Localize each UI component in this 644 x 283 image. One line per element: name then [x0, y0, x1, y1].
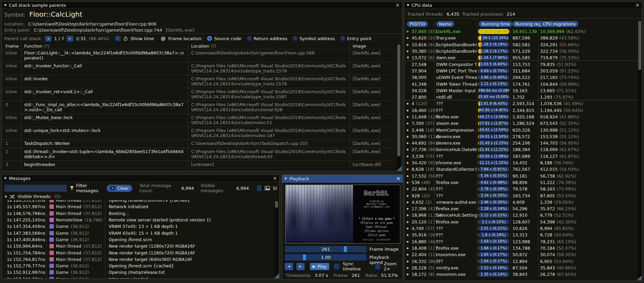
filter-input[interactable]: [4, 185, 67, 192]
radio-symbol-address[interactable]: [293, 36, 297, 41]
expand-icon[interactable]: ▶: [407, 142, 410, 145]
message-row[interactable]: 1s 147,255,145ns RemoteView (18,796) Rem…: [2, 217, 273, 223]
callstack-row[interactable]: 3 beginthreadex [unknown] [ucrtbase.dll]: [2, 161, 396, 169]
resize-grip[interactable]: [397, 166, 402, 171]
message-row[interactable]: 1s 152,776,777ns Game (36,912) Opening /…: [2, 263, 273, 269]
cpu-row[interactable]: ▶ 4,740 (37) ??? 2.01 s (0.21%) 10,626 6…: [405, 225, 639, 232]
message-row[interactable]: 1s 153,116,37ns Game (36,912) Intro menu…: [2, 276, 273, 279]
collapse-icon[interactable]: ▼: [407, 3, 409, 7]
show-time-checkbox[interactable]: ✓: [115, 36, 121, 41]
cpu-row[interactable]: ▶ 2,448 (18) MemCompression 24.41 s (2.5…: [405, 127, 639, 133]
expand-icon[interactable]: ▼: [407, 56, 410, 59]
callstack-row[interactable]: inline Floor::CalcLight::__l4::<lambda_5…: [2, 49, 396, 62]
callstack-row[interactable]: inline std::_Mutex_base::lock C:\Program…: [2, 114, 396, 127]
expand-icon[interactable]: ▶: [407, 273, 410, 276]
zoom-2x-label[interactable]: Zoom 2×: [384, 261, 403, 271]
cpu-row[interactable]: ▶ 4 (120) ??? 1:01.9 (6.43%) 2,593,314 1…: [405, 100, 639, 107]
playback-titlebar[interactable]: ▼ Playback ×: [282, 175, 403, 183]
expand-icon[interactable]: ▶: [407, 220, 410, 223]
cpu-row[interactable]: ▶ 17,396 (43) firefox.exe 2.28 s (0.24%)…: [405, 205, 639, 212]
callstack-row[interactable]: inline std::invoke C:\Program Files (x86…: [2, 75, 396, 88]
message-row[interactable]: 1s 120,333,272ns Main thread (37,812) Op…: [2, 200, 273, 203]
radio-entry-point-label[interactable]: Entry point: [347, 36, 372, 41]
cpu-row[interactable]: ▶ 22,804 (45) ??? 3.78 s (0.39%) 79,578 …: [405, 186, 639, 192]
frame-image-slider[interactable]: 261: [285, 246, 367, 252]
expand-icon[interactable]: ▶: [5, 195, 7, 198]
cpu-row[interactable]: ▶ 16,880 (46) ??? 1.69 s (0.18%) 123,988…: [405, 238, 639, 245]
cpu-row[interactable]: ▶ 30,060 (116) devenv.exe 24.01 s (2.50%…: [405, 133, 639, 140]
cpu-row[interactable]: ▶ 18,968 (1,018) ServiceHub.SettingsHost…: [405, 212, 639, 218]
cpu-row[interactable]: ▶ 8,628 (18) StandardCollector.Service.e…: [405, 166, 639, 172]
cpu-scrollbar[interactable]: [638, 19, 642, 279]
zoom-2x-checkbox[interactable]: [375, 264, 381, 269]
expand-icon[interactable]: ▶: [407, 181, 410, 184]
cpu-row[interactable]: ▶ 3,536 (75) ??? 20.05 s (2.08%) 187,689…: [405, 153, 639, 160]
cpu-row[interactable]: ▶ 17,532 (56) ??? 5.34 s (0.55%) 90,181 …: [405, 173, 639, 179]
column-running-time[interactable]: Running time: [479, 21, 512, 27]
cpu-row[interactable]: 27,800 ntdll.dll 25.93 ms (0.00%) 1,702 …: [405, 94, 639, 100]
expand-icon[interactable]: ▶: [407, 233, 410, 236]
cpu-row[interactable]: ▶ 28,228 (5) mintty.exe 1.52 s (0.16%) 8…: [405, 265, 639, 271]
close-icon[interactable]: ×: [273, 176, 277, 181]
close-icon[interactable]: ×: [395, 3, 400, 8]
resize-grip[interactable]: [637, 276, 642, 280]
expand-icon[interactable]: ▶: [407, 155, 410, 158]
clipped-option-label[interactable]: Sl: [273, 186, 277, 191]
cpu-row[interactable]: 34,028 DWM Master Input Thread 799.64 ms…: [405, 87, 639, 94]
expand-icon[interactable]: ▶: [407, 115, 410, 118]
callstack-row[interactable]: 0 std::_Func_impl_no_alloc<<lambda_5bc22…: [2, 101, 396, 114]
cpu-row[interactable]: ▼ 13,072 (6) dwm.exe 1:16.1 (7.90%) 955,…: [405, 54, 639, 61]
next-frame-button[interactable]: ▶: [67, 36, 73, 41]
message-row[interactable]: 1s 150,994,64ns Main thread (37,812) New…: [2, 243, 273, 249]
clear-button[interactable]: ✕ Clear: [107, 185, 132, 192]
radio-symbol-address-label[interactable]: Symbol address: [300, 36, 335, 41]
sync-timeline-checkbox[interactable]: [334, 264, 339, 269]
message-row[interactable]: 1s 151,754,784ns Main thread (37,812) Ne…: [2, 249, 273, 256]
playback-speed-slider[interactable]: 1.00: [285, 254, 367, 261]
callstack-row[interactable]: inline std::_Invoker_functor::_Call C:\P…: [2, 62, 396, 75]
expand-icon[interactable]: ▶: [407, 102, 410, 105]
expand-icon[interactable]: ▶: [407, 207, 410, 210]
expand-icon[interactable]: ▶: [407, 227, 410, 230]
expand-icon[interactable]: ▶: [407, 174, 410, 178]
play-button[interactable]: ▶ Play: [310, 263, 329, 270]
show-images-checkbox[interactable]: [257, 185, 262, 191]
column-pid-tid[interactable]: PID/TID: [407, 21, 428, 27]
callstack-row[interactable]: 2 std::thread::_Invoke<std::tuple<<lambd…: [2, 148, 396, 161]
expand-icon[interactable]: ▶: [407, 260, 410, 263]
cpu-row[interactable]: ▶ 37,840 (55) DarkRL.exe 33:30.8 (208.96…: [405, 28, 639, 35]
expand-icon[interactable]: ▶: [407, 129, 410, 132]
expand-icon[interactable]: ▶: [407, 194, 410, 197]
cpu-row[interactable]: ▶ 928 (25) ??? 3.34 s (0.35%) 163,734 87…: [405, 192, 639, 199]
cpu-row[interactable]: ▶ 18,460 (20) ??? 42.85 s (4.45%) 2,344,…: [405, 107, 639, 114]
callstack-titlebar[interactable]: ▼ Call stack sample parents ×: [2, 2, 402, 9]
expand-icon[interactable]: ▶: [407, 161, 410, 164]
cpu-row[interactable]: ▶ 536 (49) firefox.exe 4.61 s (0.48%) 68…: [405, 179, 639, 186]
next-frame-button[interactable]: ▶: [296, 263, 305, 270]
message-row[interactable]: 1s 147,354,456ns Game (36,912) VRAM 37x4…: [2, 223, 273, 230]
cpu-row[interactable]: ▶ 7,300 (37) steam.exe 27.61 s (2.87%) 1…: [405, 120, 639, 127]
message-row[interactable]: 1s 152,764,817ns Main thread (37,812) Ne…: [2, 256, 273, 263]
expand-icon[interactable]: ▶: [407, 36, 410, 39]
cpu-row[interactable]: 27,548 DWM Compositor Thread 1:03.5 (6.6…: [405, 61, 639, 67]
cpu-row[interactable]: ▶ 22,404 (12) msvsmon.exe 1.65 s (0.17%)…: [405, 251, 639, 258]
expand-icon[interactable]: ▶: [407, 109, 410, 112]
cpu-row[interactable]: ▶ 34,420 (65) chrome.exe 11.11 s (1.15%)…: [405, 160, 639, 166]
cpu-row[interactable]: ▶ 4,632 (2) vmware-authd.exe 2.46 s (0.2…: [405, 199, 639, 205]
message-row[interactable]: 1s 147,383,566ns Game (36,912) VRAM 43x4…: [2, 230, 273, 236]
messages-scrollbar[interactable]: [275, 200, 278, 278]
expand-icon[interactable]: ▶: [407, 122, 410, 125]
message-row[interactable]: 1s 145,557,997ns Main thread (37,812) Ne…: [2, 203, 273, 210]
radio-source-code[interactable]: [207, 36, 212, 41]
cpu-row[interactable]: ▶ 16,332 (982) ??? 1.64 s (0.17%) 12,894…: [405, 258, 639, 264]
radio-return-address-label[interactable]: Return address: [254, 36, 287, 41]
expand-icon[interactable]: ▶: [407, 240, 410, 243]
expand-icon[interactable]: ▶: [407, 187, 410, 190]
cpu-row[interactable]: ▶ 10,816 (64) ScriptedSandbox64.exe 1:28…: [405, 41, 639, 48]
expand-icon[interactable]: ▶: [407, 253, 410, 256]
cpu-row[interactable]: ▶ 35,916 (36) ??? 1.8 s (0.19%) 13,313 6…: [405, 232, 639, 238]
expand-icon[interactable]: ▶: [407, 135, 410, 138]
cpu-row[interactable]: ▶ 18,172 (8) msvsmon.exe 1.35 s (0.14%) …: [405, 271, 639, 278]
expand-icon[interactable]: ▶: [407, 247, 410, 250]
cpu-row[interactable]: ▶ 44,692 (84) devenv.exe 21.43 s (2.23%)…: [405, 140, 639, 146]
